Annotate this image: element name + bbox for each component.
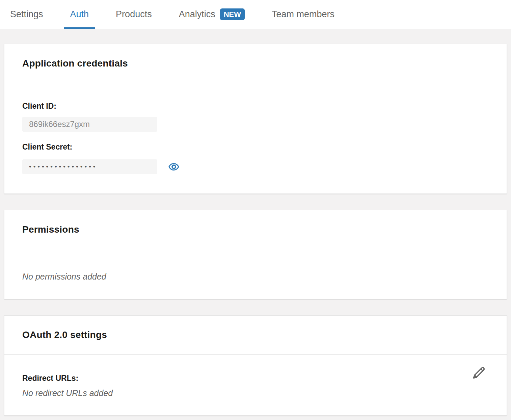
client-secret-value: •••••••••••••••• [22,159,157,174]
tab-settings[interactable]: Settings [4,0,49,29]
redirect-urls-empty-text: No redirect URLs added [22,388,489,398]
permissions-body: No permissions added [4,249,507,299]
tab-products-label: Products [116,9,152,20]
auth-tab-content: Application credentials Client ID: 869ik… [0,29,511,416]
tab-team-members-label: Team members [272,9,334,20]
tab-auth-label: Auth [70,9,89,20]
permissions-empty-text: No permissions added [22,271,489,282]
client-secret-label: Client Secret: [22,142,489,152]
oauth-settings-card: OAuth 2.0 settings Redirect URLs: No red… [4,315,507,416]
tab-auth[interactable]: Auth [64,0,95,29]
client-id-value: 869ik66esz7gxm [22,117,157,132]
oauth-settings-body: Redirect URLs: No redirect URLs added [4,355,507,415]
tab-analytics[interactable]: Analytics NEW [173,0,251,29]
permissions-header: Permissions [4,210,507,249]
tab-analytics-label: Analytics [179,9,215,20]
reveal-secret-button[interactable] [168,161,180,173]
pencil-icon [471,365,487,381]
application-credentials-card: Application credentials Client ID: 869ik… [4,44,507,194]
tab-products[interactable]: Products [110,0,158,29]
application-credentials-header: Application credentials [4,44,507,83]
permissions-title: Permissions [22,224,79,235]
application-credentials-title: Application credentials [22,58,128,69]
permissions-card: Permissions No permissions added [4,210,507,299]
client-secret-row: •••••••••••••••• [22,152,489,174]
tab-bar: Settings Auth Products Analytics NEW Tea… [0,0,511,29]
client-id-label: Client ID: [22,101,489,111]
oauth-settings-header: OAuth 2.0 settings [4,316,507,355]
oauth-settings-title: OAuth 2.0 settings [22,330,107,340]
new-badge: NEW [220,8,245,20]
tab-team-members[interactable]: Team members [266,0,341,29]
edit-redirect-urls-button[interactable] [471,365,487,381]
application-credentials-body: Client ID: 869ik66esz7gxm Client Secret:… [4,83,507,193]
tab-settings-label: Settings [10,9,43,20]
redirect-urls-label: Redirect URLs: [22,373,489,383]
eye-icon [168,161,180,173]
